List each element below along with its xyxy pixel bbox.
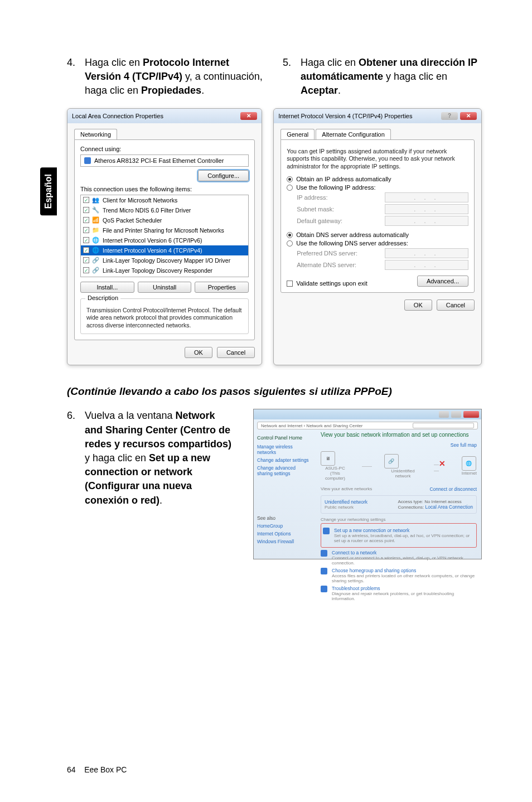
setup-connection-link[interactable]: Set up a new connection or networkSet up… xyxy=(323,528,475,543)
sidebar-link[interactable]: HomeGroup xyxy=(257,523,312,529)
gateway-input: . . . xyxy=(385,216,468,226)
search-input[interactable] xyxy=(413,423,474,428)
adapter-field: Atheros AR8132 PCI-E Fast Ethernet Contr… xyxy=(80,154,249,167)
close-icon[interactable] xyxy=(463,411,479,418)
link-text: Set up a new connection or network xyxy=(334,528,475,533)
cancel-button[interactable]: Cancel xyxy=(217,347,255,358)
altdns-input: . . . xyxy=(385,260,468,270)
step6-num: 6. xyxy=(67,409,75,559)
troubleshoot-link[interactable]: Troubleshoot problemsDiagnose and repair… xyxy=(321,586,477,601)
checkbox-label: Validate settings upon exit xyxy=(296,280,367,287)
qos-icon: 📶 xyxy=(92,216,100,224)
step4: 4. Haga clic en Protocolo Internet Versi… xyxy=(67,56,266,98)
ipv6-icon: 🌐 xyxy=(92,236,100,244)
highlight-box: Set up a new connection or networkSet up… xyxy=(321,523,477,548)
alt-dns-row: Alternate DNS server:. . . xyxy=(297,260,468,270)
language-tab: Español xyxy=(40,167,57,215)
sidebar-link[interactable]: Manage wireless networks xyxy=(257,444,312,455)
net-name[interactable]: Unidentified network xyxy=(325,499,367,505)
item-label: File and Printer Sharing for Microsoft N… xyxy=(103,227,224,234)
advanced-button[interactable]: Advanced... xyxy=(417,276,468,287)
conn-label: Connections: xyxy=(398,505,424,510)
lacp-dialog: Local Area Connection Properties ✕ Netwo… xyxy=(67,108,262,366)
radio-label: Use the following DNS server addresses: xyxy=(296,240,408,247)
uninstall-button[interactable]: Uninstall xyxy=(138,282,192,293)
subnet-input: . . . xyxy=(385,204,468,214)
step4-text: Haga clic en Protocolo Internet Versión … xyxy=(85,56,266,98)
sidebar-link[interactable]: Internet Options xyxy=(257,531,312,537)
connect-network-link[interactable]: Connect to a networkConnect or reconnect… xyxy=(321,550,477,566)
step6-end: . xyxy=(159,495,162,506)
dev-sublabel: (This computer) xyxy=(321,471,350,481)
radio-label: Obtain DNS server address automatically xyxy=(296,231,409,238)
control-panel-screenshot: Network and Internet › Network and Shari… xyxy=(253,409,482,559)
cancel-button[interactable]: Cancel xyxy=(437,299,475,311)
field-label: Subnet mask: xyxy=(297,206,334,212)
close-icon[interactable]: ✕ xyxy=(240,112,257,120)
cp-panel-title: Control Panel Home xyxy=(257,435,312,441)
tab-networking[interactable]: Networking xyxy=(74,129,117,139)
homegroup-link[interactable]: Choose homegroup and sharing optionsAcce… xyxy=(321,568,477,583)
list-item[interactable]: ✓🌐Internet Protocol Version 6 (TCP/IPv6) xyxy=(81,235,248,245)
radio-use-dns[interactable]: Use the following DNS server addresses: xyxy=(287,240,468,247)
close-icon[interactable]: ✕ xyxy=(460,112,477,120)
step5: 5. Haga clic en Obtener una dirección IP… xyxy=(283,56,482,98)
step5-pre: Haga clic en xyxy=(301,57,359,68)
list-item[interactable]: ✓📁File and Printer Sharing for Microsoft… xyxy=(81,225,248,235)
access-label: Access type: xyxy=(398,499,423,504)
network-map: 🖥ASUS-PC(This computer) —— 🔗Unidentified… xyxy=(321,451,477,481)
list-item[interactable]: ✓🔗Link-Layer Topology Discovery Mapper I… xyxy=(81,255,248,265)
step6: 6. Vuelva a la ventana Network and Shari… xyxy=(67,409,233,559)
radio-icon xyxy=(287,185,293,191)
maximize-icon[interactable] xyxy=(451,411,461,418)
ok-button[interactable]: OK xyxy=(185,347,212,358)
radio-obtain-ip[interactable]: Obtain an IP address automatically xyxy=(287,176,468,182)
item-label: Link-Layer Topology Discovery Responder xyxy=(103,267,212,274)
list-item[interactable]: ✓🔧Trend Micro NDIS 6.0 Filter Driver xyxy=(81,205,248,215)
dev-label: Unidentified network xyxy=(384,468,422,479)
link-sub: Connect or reconnect to a wireless, wire… xyxy=(332,555,477,566)
item-label: QoS Packet Scheduler xyxy=(103,217,162,224)
ok-button[interactable]: OK xyxy=(404,299,432,311)
properties-button[interactable]: Properties xyxy=(195,282,249,293)
breadcrumb[interactable]: Network and Internet › Network and Shari… xyxy=(257,422,478,429)
active-label: View your active networks xyxy=(321,486,372,492)
radio-obtain-dns[interactable]: Obtain DNS server address automatically xyxy=(287,231,468,238)
conn-link[interactable]: Local Area Connection xyxy=(425,504,473,510)
adapter-icon xyxy=(84,157,91,164)
minimize-icon[interactable] xyxy=(439,411,449,418)
validate-checkbox[interactable]: Validate settings upon exit xyxy=(287,280,367,287)
continue-note: (Continúe llevando a cabo los pasos sigu… xyxy=(67,385,482,398)
list-item-selected[interactable]: ✓🌐Internet Protocol Version 4 (TCP/IPv4) xyxy=(81,245,248,255)
bullet-icon xyxy=(321,586,327,592)
items-list[interactable]: ✓👥Client for Microsoft Networks ✓🔧Trend … xyxy=(80,195,249,277)
list-item[interactable]: ✓👥Client for Microsoft Networks xyxy=(81,195,248,205)
active-network-box: Unidentified network Public network Acce… xyxy=(321,495,477,514)
sidebar-link[interactable]: Change adapter settings xyxy=(257,457,312,463)
ipv4-title: Internet Protocol Version 4 (TCP/IPv4) P… xyxy=(278,113,412,119)
tab-alternate[interactable]: Alternate Configuration xyxy=(316,129,391,139)
description-text: Transmission Control Protocol/Internet P… xyxy=(86,307,243,330)
see-full-map-link[interactable]: See full map xyxy=(451,442,477,448)
cp-sidebar: Control Panel Home Manage wireless netwo… xyxy=(254,432,315,550)
help-icon[interactable]: ? xyxy=(441,112,458,120)
breadcrumb-text: Network and Internet › Network and Shari… xyxy=(261,423,362,428)
page-number: 64 xyxy=(67,765,76,774)
ipv4-dialog: Internet Protocol Version 4 (TCP/IPv4) P… xyxy=(273,108,482,366)
configure-button[interactable]: Configure... xyxy=(198,170,249,181)
dash-icon: —✕— xyxy=(434,459,449,474)
list-item[interactable]: ✓🔗Link-Layer Topology Discovery Responde… xyxy=(81,265,248,276)
sidebar-link[interactable]: Change advanced sharing settings xyxy=(257,465,312,476)
install-button[interactable]: Install... xyxy=(80,282,134,293)
sidebar-link[interactable]: Windows Firewall xyxy=(257,539,312,544)
lltd-icon: 🔗 xyxy=(92,267,100,274)
connect-link[interactable]: Connect or disconnect xyxy=(429,486,477,492)
radio-use-ip[interactable]: Use the following IP address: xyxy=(287,184,468,191)
footer-title: Eee Box PC xyxy=(84,765,127,774)
list-item[interactable]: ✓📶QoS Packet Scheduler xyxy=(81,215,248,225)
change-settings-hdr: Change your networking settings xyxy=(321,517,477,522)
tab-general[interactable]: General xyxy=(280,129,315,139)
client-icon: 👥 xyxy=(92,196,100,204)
ipv4-titlebar: Internet Protocol Version 4 (TCP/IPv4) P… xyxy=(274,109,481,123)
ip-input: . . . xyxy=(385,192,468,202)
